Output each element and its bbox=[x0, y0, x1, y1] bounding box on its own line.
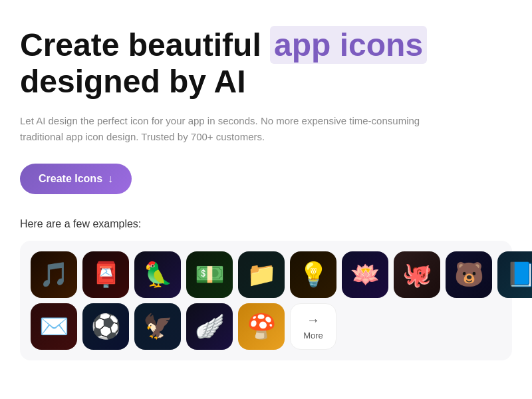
hero-title-start: Create beautiful bbox=[20, 27, 270, 63]
bird-icon[interactable]: 🦜 bbox=[134, 251, 181, 298]
more-arrow-icon: → bbox=[307, 313, 320, 328]
soccer-icon[interactable]: ⚽ bbox=[82, 303, 129, 350]
mushroom-icon[interactable]: 🍄 bbox=[238, 303, 285, 350]
cta-label: Create Icons bbox=[39, 173, 102, 185]
bear-icon[interactable]: 🐻 bbox=[446, 251, 492, 298]
more-label: More bbox=[303, 331, 323, 340]
examples-label: Here are a few examples: bbox=[20, 218, 512, 230]
cta-arrow-icon: ↓ bbox=[108, 173, 113, 185]
book-icon[interactable]: 📘 bbox=[497, 251, 532, 298]
mail-icon[interactable]: ✉️ bbox=[31, 303, 77, 350]
icon-grid: 🎵 📮 🦜 💵 📁 💡 🪷 🐙 🐻 📘 ✉️ ⚽ 🦅 🪽 🍄 → More bbox=[31, 251, 501, 350]
mailbox-icon[interactable]: 📮 bbox=[82, 251, 129, 298]
money-book-icon[interactable]: 💵 bbox=[186, 251, 233, 298]
octopus-icon[interactable]: 🐙 bbox=[394, 251, 440, 298]
folder-icon[interactable]: 📁 bbox=[238, 251, 285, 298]
more-button[interactable]: → More bbox=[290, 303, 336, 350]
hero-title: Create beautiful app icons designed by A… bbox=[20, 27, 512, 100]
icon-gallery: 🎵 📮 🦜 💵 📁 💡 🪷 🐙 🐻 📘 ✉️ ⚽ 🦅 🪽 🍄 → More bbox=[20, 241, 512, 360]
hero-title-highlight: app icons bbox=[270, 26, 427, 64]
hero-subtitle: Let AI design the perfect icon for your … bbox=[20, 113, 446, 145]
hero-title-end: designed by AI bbox=[20, 64, 246, 99]
bulb-icon[interactable]: 💡 bbox=[290, 251, 336, 298]
wings-icon[interactable]: 🪽 bbox=[186, 303, 233, 350]
hummingbird-icon[interactable]: 🦅 bbox=[134, 303, 181, 350]
music-fire-icon[interactable]: 🎵 bbox=[31, 251, 77, 298]
lotus-icon[interactable]: 🪷 bbox=[342, 251, 388, 298]
create-icons-button[interactable]: Create Icons ↓ bbox=[20, 164, 132, 194]
